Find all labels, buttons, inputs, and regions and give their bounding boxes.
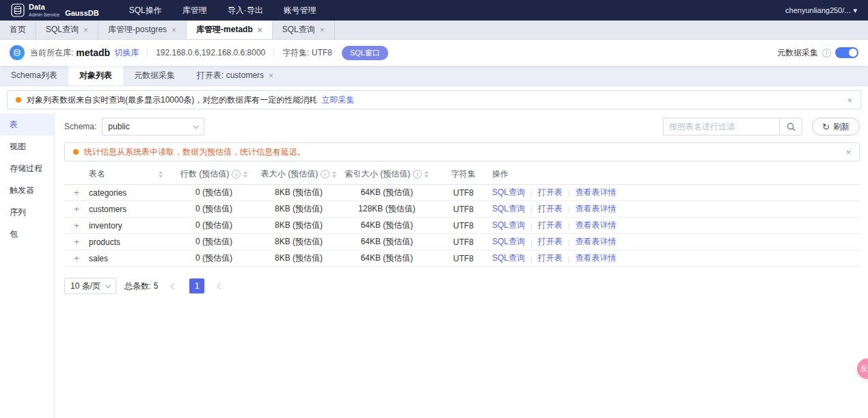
next-page-button[interactable] (213, 278, 228, 293)
brand-line1: Data (29, 3, 59, 11)
refresh-button[interactable]: ↻ 刷新 (812, 118, 860, 135)
tab-label: 库管理-postgres (108, 24, 167, 36)
action-link[interactable]: 查看表详情 (575, 203, 616, 215)
info-icon: i (232, 170, 241, 179)
table-header-table-size[interactable]: 表大小 (预估值) i (258, 168, 339, 180)
table-header-name[interactable]: 表名 (89, 168, 169, 180)
action-link[interactable]: SQL查询 (492, 203, 525, 215)
cell-actions: SQL查询|打开表|查看表详情 (492, 236, 860, 248)
expand-icon[interactable]: + (64, 237, 89, 247)
action-separator: | (530, 205, 532, 213)
sort-icon[interactable] (424, 171, 429, 178)
close-icon[interactable]: × (83, 25, 88, 35)
cell-row-count: 0 (预估值) (169, 187, 258, 198)
metadata-toggle[interactable] (835, 47, 858, 58)
close-icon[interactable]: × (845, 147, 851, 157)
brand-text: Data Admin Service (29, 3, 59, 17)
action-link[interactable]: 查看表详情 (575, 187, 616, 198)
action-link[interactable]: SQL查询 (492, 187, 525, 198)
notice-banner: 对象列表数据来自实时查询(最多显示10000条)，对您的数据库有一定的性能消耗 … (7, 90, 861, 109)
action-link[interactable]: 打开表 (538, 203, 562, 215)
close-icon[interactable]: × (258, 25, 262, 35)
sidebar-item[interactable]: 表 (0, 114, 54, 135)
action-link[interactable]: 打开表 (538, 187, 562, 198)
switch-db-link[interactable]: 切换库 (114, 47, 139, 59)
sql-window-button[interactable]: SQL窗口 (342, 46, 388, 60)
topbar-menu-item[interactable]: 账号管理 (284, 5, 316, 16)
close-icon[interactable]: × (320, 25, 325, 35)
action-link[interactable]: 查看表详情 (575, 220, 616, 231)
sort-icon[interactable] (332, 171, 336, 178)
table-header-actions: 操作 (492, 168, 860, 180)
cell-row-count: 0 (预估值) (169, 236, 258, 248)
sort-icon[interactable] (159, 171, 163, 178)
tab[interactable]: SQL查询× (273, 21, 335, 39)
action-link[interactable]: SQL查询 (492, 220, 525, 231)
tab[interactable]: 库管理-postgres× (98, 21, 187, 39)
sidebar-item[interactable]: 视图 (0, 135, 54, 157)
page-size-label: 10 条/页 (70, 280, 100, 292)
refresh-icon: ↻ (822, 122, 830, 131)
table-row: +inventory0 (预估值)8KB (预估值)64KB (预估值)UTF8… (64, 218, 860, 234)
sidebar-item[interactable]: 序列 (0, 201, 54, 223)
subtab[interactable]: Schema列表 (0, 66, 68, 86)
action-link[interactable]: 查看表详情 (575, 252, 616, 264)
subtab[interactable]: 元数据采集 (123, 66, 186, 86)
action-separator: | (568, 205, 570, 213)
action-separator: | (530, 222, 532, 230)
page-size-select[interactable]: 10 条/页 (64, 278, 116, 294)
column-label: 字符集 (451, 168, 476, 180)
table-filter-input[interactable] (663, 118, 779, 135)
tab[interactable]: 首页 (0, 21, 36, 39)
tab-label: 库管理-metadb (196, 24, 253, 36)
close-icon[interactable]: × (847, 95, 852, 105)
db-instance-icon (10, 45, 25, 60)
expand-icon[interactable]: + (64, 187, 89, 198)
sidebar-item[interactable]: 存储过程 (0, 157, 54, 179)
table-header: 表名 行数 (预估值) i 表大小 (预估值) i 索引大小 (预估值) i 字… (64, 164, 860, 185)
cell-table-size: 8KB (预估值) (258, 236, 339, 248)
schema-select[interactable]: public (102, 118, 204, 135)
prev-page-button[interactable] (166, 278, 181, 293)
cell-index-size: 128KB (预估值) (339, 203, 435, 215)
sort-icon[interactable] (243, 171, 247, 178)
topbar-menu-item[interactable]: SQL操作 (129, 5, 162, 16)
tab[interactable]: 库管理-metadb× (187, 21, 273, 39)
action-link[interactable]: SQL查询 (492, 252, 525, 264)
table-body: +categories0 (预估值)8KB (预估值)64KB (预估值)UTF… (64, 185, 860, 267)
user-menu[interactable]: chenyunliang250/... ▾ (785, 6, 857, 15)
table-header-row-count[interactable]: 行数 (预估值) i (169, 168, 258, 180)
action-link[interactable]: 查看表详情 (575, 236, 616, 248)
expand-icon[interactable]: + (64, 220, 89, 231)
cell-charset: UTF8 (435, 188, 492, 198)
tab-bar: 首页SQL查询×库管理-postgres×库管理-metadb×SQL查询× (0, 21, 868, 40)
notice-text: 对象列表数据来自实时查询(最多显示10000条)，对您的数据库有一定的性能消耗 (27, 94, 317, 106)
feedback-label: 反馈 (860, 364, 868, 374)
action-link[interactable]: SQL查询 (492, 236, 525, 248)
subtab[interactable]: 对象列表 (68, 66, 123, 86)
column-label: 索引大小 (预估值) (345, 168, 410, 180)
collect-now-link[interactable]: 立即采集 (321, 94, 354, 106)
toolbar: Schema: public ↻ 刷新 (64, 116, 860, 137)
close-icon[interactable]: × (172, 25, 176, 35)
action-link[interactable]: 打开表 (538, 220, 562, 231)
database-logo-icon (11, 3, 25, 17)
topbar-menu-item[interactable]: 导入·导出 (228, 5, 263, 16)
info-icon: i (413, 170, 422, 179)
tab[interactable]: SQL查询× (36, 21, 98, 39)
cell-actions: SQL查询|打开表|查看表详情 (492, 220, 860, 231)
subtab[interactable]: 打开表: customers× (186, 66, 284, 86)
action-link[interactable]: 打开表 (538, 236, 562, 248)
expand-icon[interactable]: + (64, 253, 89, 263)
topbar-menu-item[interactable]: 库管理 (182, 5, 207, 16)
sidebar-item[interactable]: 触发器 (0, 179, 54, 201)
close-icon[interactable]: × (269, 71, 273, 81)
page-number-button[interactable]: 1 (189, 278, 204, 293)
cell-charset: UTF8 (435, 254, 492, 263)
table-header-index-size[interactable]: 索引大小 (预估值) i (339, 168, 435, 180)
sidebar-item[interactable]: 包 (0, 223, 54, 245)
expand-icon[interactable]: + (64, 204, 89, 214)
action-link[interactable]: 打开表 (538, 252, 562, 264)
search-button[interactable] (779, 118, 802, 135)
action-separator: | (568, 189, 570, 197)
